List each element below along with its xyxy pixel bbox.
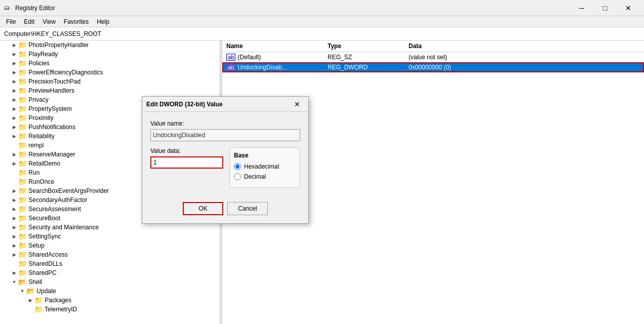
- row-type-undocking: REG_DWORD: [328, 64, 409, 71]
- folder-open-icon: 📂: [18, 278, 27, 286]
- expander-icon: ▶: [10, 96, 18, 104]
- close-button[interactable]: ✕: [617, 0, 640, 16]
- menu-help[interactable]: Help: [93, 17, 113, 26]
- folder-icon: 📁: [18, 50, 27, 58]
- maximize-button[interactable]: □: [593, 0, 617, 16]
- expander-icon: ▶: [10, 241, 18, 250]
- tree-item-shareddlls[interactable]: 📁 SharedDLLs: [0, 259, 220, 268]
- expander-icon: ▶: [10, 205, 18, 213]
- decimal-radio[interactable]: [234, 173, 241, 180]
- folder-icon: 📁: [18, 150, 27, 158]
- expander-icon: ▶: [10, 232, 18, 240]
- expander-icon: ▼: [18, 287, 26, 295]
- col-header-data: Data: [409, 43, 640, 50]
- tree-item-playready[interactable]: ▶ 📁 PlayReady: [0, 50, 220, 59]
- expander-icon: ▶: [10, 50, 18, 58]
- folder-icon: 📁: [18, 59, 27, 67]
- expander-icon: ▶: [10, 105, 18, 113]
- dword-value-icon: ab: [226, 64, 235, 71]
- folder-icon: 📁: [18, 114, 27, 122]
- address-path: Computer\HKEY_CLASSES_ROOT: [4, 30, 101, 37]
- folder-open-icon: 📂: [26, 287, 35, 295]
- dialog-close-button[interactable]: ✕: [290, 99, 304, 110]
- value-name-label: Value name:: [150, 120, 300, 127]
- folder-icon: 📁: [18, 187, 27, 195]
- tree-item-sharedaccess[interactable]: ▶ 📁 SharedAccess: [0, 250, 220, 259]
- expander-icon: ▼: [10, 278, 18, 286]
- expander-icon: ▶: [10, 159, 18, 168]
- tree-item-sharedpc[interactable]: ▶ 📁 SharedPC: [0, 268, 220, 277]
- cancel-button[interactable]: Cancel: [227, 202, 268, 215]
- folder-icon: 📁: [18, 123, 27, 131]
- folder-icon: 📁: [18, 178, 27, 186]
- value-data-label: Value data:: [150, 147, 223, 154]
- right-pane-header: Name Type Data: [222, 40, 644, 52]
- tree-item-securitymaint[interactable]: ▶ 📁 Security and Maintenance: [0, 223, 220, 232]
- folder-icon: 📁: [18, 223, 27, 231]
- expander-icon: ▶: [10, 59, 18, 67]
- menu-edit[interactable]: Edit: [20, 17, 38, 26]
- menu-file[interactable]: File: [2, 17, 20, 26]
- folder-icon: 📁: [18, 196, 27, 204]
- col-header-type: Type: [328, 43, 409, 50]
- menu-view[interactable]: View: [38, 17, 60, 26]
- tree-item-powereff[interactable]: ▶ 📁 PowerEfficiencyDiagnostics: [0, 68, 220, 77]
- hex-radio-row: Hexadecimal: [234, 163, 296, 170]
- expander-icon: ▶: [10, 41, 18, 49]
- expander-icon: ▶: [10, 123, 18, 131]
- dialog-data-row: Value data: Base Hexadecimal Decimal: [150, 147, 300, 188]
- hexadecimal-label: Hexadecimal: [244, 163, 279, 170]
- tree-item-policies[interactable]: ▶ 📁 Policies: [0, 59, 220, 68]
- folder-icon: 📁: [18, 68, 27, 76]
- menu-favorites[interactable]: Favorites: [60, 17, 93, 26]
- folder-icon: 📁: [18, 269, 27, 277]
- expander-icon: [10, 169, 18, 177]
- tree-item-telemetryid[interactable]: 📁 TelemetryID: [0, 305, 220, 314]
- value-name-input[interactable]: [150, 129, 300, 141]
- tree-item-shell[interactable]: ▼ 📂 Shell: [0, 277, 220, 287]
- ok-button[interactable]: OK: [183, 202, 223, 215]
- folder-icon: 📁: [18, 87, 27, 95]
- window-controls: ─ □ ✕: [570, 0, 640, 16]
- expander-icon: [10, 141, 18, 149]
- folder-icon: 📁: [18, 105, 27, 113]
- tree-item-precisiontouch[interactable]: ▶ 📁 PrecisionTouchPad: [0, 77, 220, 86]
- dialog-title: Edit DWORD (32-bit) Value: [146, 101, 290, 108]
- expander-icon: ▶: [10, 68, 18, 76]
- folder-icon: 📁: [18, 77, 27, 86]
- folder-icon: 📁: [18, 159, 27, 168]
- base-section: Base Hexadecimal Decimal: [229, 147, 300, 188]
- tree-item-update[interactable]: ▼ 📂 Update: [0, 287, 220, 296]
- expander-icon: ▶: [10, 269, 18, 277]
- dialog-body: Value name: Value data: Base Hexadecimal: [142, 112, 308, 196]
- folder-icon: 📁: [18, 169, 27, 177]
- folder-icon: 📁: [34, 305, 43, 313]
- expander-icon: ▶: [10, 132, 18, 140]
- folder-icon: 📁: [18, 96, 27, 104]
- tree-item-setup[interactable]: ▶ 📁 Setup: [0, 241, 220, 250]
- tree-item-previewhandlers[interactable]: ▶ 📁 PreviewHandlers: [0, 86, 220, 95]
- row-data-default: (value not set): [409, 54, 640, 61]
- expander-icon: ▶: [10, 223, 18, 231]
- minimize-button[interactable]: ─: [570, 0, 593, 16]
- expander-icon: ▶: [26, 296, 34, 304]
- string-value-icon: ab: [226, 54, 235, 61]
- hexadecimal-radio[interactable]: [234, 163, 241, 170]
- tree-item-settingsync[interactable]: ▶ 📁 SettingSync: [0, 232, 220, 241]
- edit-dword-dialog: Edit DWORD (32-bit) Value ✕ Value name: …: [142, 96, 309, 224]
- value-data-input[interactable]: [150, 156, 223, 169]
- registry-row-default[interactable]: ab (Default) REG_SZ (value not set): [222, 52, 644, 62]
- registry-row-undocking[interactable]: ab UndockingDisab... REG_DWORD 0x0000000…: [222, 62, 644, 72]
- folder-icon: 📁: [18, 260, 27, 268]
- app-title: Registry Editor: [15, 5, 570, 12]
- row-name-undocking: ab UndockingDisab...: [226, 64, 328, 71]
- expander-icon: ▶: [10, 87, 18, 95]
- expander-icon: ▶: [10, 187, 18, 195]
- tree-item-packages[interactable]: ▶ 📁 Packages: [0, 296, 220, 305]
- app-icon: 🗂: [4, 4, 12, 12]
- expander-icon: ▶: [10, 196, 18, 204]
- tree-item-photoproperty[interactable]: ▶ 📁 PhotoPropertyHandler: [0, 40, 220, 50]
- folder-icon: 📁: [18, 205, 27, 213]
- folder-icon: 📁: [18, 241, 27, 250]
- expander-icon: [10, 260, 18, 268]
